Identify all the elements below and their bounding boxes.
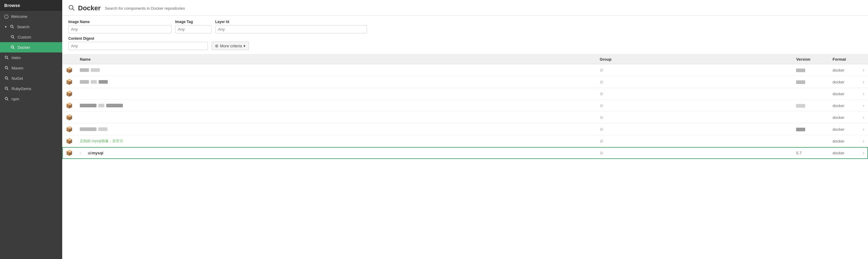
folder-icon: 📦 [66, 79, 72, 85]
sidebar-item-nuget[interactable]: NuGet [0, 73, 62, 84]
redacted-name [99, 80, 108, 84]
filter-group-image-name: Image Name [68, 20, 172, 33]
image-tag-input[interactable] [175, 25, 212, 33]
results-table-container: Name Group Version Format 📦 [62, 55, 868, 259]
sidebar-item-npm[interactable]: npm [0, 94, 62, 104]
row-version [793, 123, 829, 135]
sidebar-item-label: Search [17, 25, 29, 29]
table-row[interactable]: 📦 ⊘ docker › [62, 123, 868, 135]
search-icon-large [68, 5, 75, 12]
row-name [76, 76, 596, 88]
svg-point-12 [5, 87, 8, 90]
row-arrow[interactable]: › [859, 88, 868, 100]
svg-line-11 [7, 79, 8, 80]
table-row[interactable]: 📦 ⊘ docker › [62, 111, 868, 123]
sidebar-item-helm[interactable]: Helm [0, 53, 62, 63]
row-format: docker [829, 111, 859, 123]
search-icon [4, 96, 9, 101]
svg-point-14 [5, 97, 8, 100]
more-criteria-button[interactable]: ⊕ More criteria ▾ [212, 41, 249, 50]
redacted-name [80, 127, 96, 131]
svg-line-13 [7, 89, 8, 90]
svg-point-4 [11, 46, 14, 48]
row-arrow[interactable]: › [859, 147, 868, 159]
sidebar-item-label: Maven [11, 66, 23, 70]
folder-icon: 📦 [66, 114, 72, 120]
no-sign-icon: ⊘ [600, 68, 603, 72]
tooltip-text: 定制的 mysql镜像，非官方 [80, 139, 123, 143]
row-group: ⊘ [596, 88, 793, 100]
row-name-text: ai/mysql [88, 151, 103, 155]
row-group: ⊘ [596, 135, 793, 147]
filter-group-content-digest: Content Digest [68, 36, 208, 50]
table-row[interactable]: 📦 定制的 mysql镜像，非官方 ⊘ docker › [62, 135, 868, 147]
plus-icon: ⊕ [215, 43, 219, 48]
search-icon [4, 86, 9, 91]
no-sign-icon: ⊘ [600, 115, 603, 120]
row-name [76, 64, 596, 76]
sidebar-item-rubygems[interactable]: RubyGems [0, 84, 62, 94]
col-icon [62, 55, 76, 64]
main-content: Docker Search for components in Docker r… [62, 0, 868, 259]
sidebar-item-label: NuGet [11, 76, 23, 81]
no-sign-icon: ⊘ [600, 79, 603, 84]
row-icon: 📦 [62, 76, 76, 88]
sidebar-item-maven[interactable]: Maven [0, 63, 62, 73]
image-tag-label: Image Tag [175, 20, 212, 24]
table-row[interactable]: 📦 ⊘ docker › [62, 76, 868, 88]
no-sign-icon: ⊘ [600, 91, 603, 96]
circle-icon [4, 14, 8, 19]
filter-group-layer-id: Layer Id [215, 20, 367, 33]
table-row[interactable]: 📦 ⊘ docker › [62, 88, 868, 100]
row-icon: 📦 [62, 123, 76, 135]
sidebar-item-search[interactable]: ▼ Search [0, 22, 62, 32]
svg-line-15 [7, 99, 8, 101]
image-name-input[interactable] [68, 25, 172, 33]
row-version [793, 76, 829, 88]
svg-line-9 [7, 69, 8, 70]
row-group: ⊘ [596, 76, 793, 88]
page-header: Docker Search for components in Docker r… [62, 0, 868, 15]
svg-line-7 [7, 58, 8, 59]
expand-icon[interactable]: › [80, 151, 86, 155]
row-arrow[interactable]: › [859, 111, 868, 123]
no-sign-icon: ⊘ [600, 151, 603, 155]
redacted-version [796, 69, 805, 72]
redacted-version [796, 104, 805, 108]
col-arrow [859, 55, 868, 64]
row-format: docker [829, 76, 859, 88]
svg-point-0 [11, 25, 13, 28]
row-group: ⊘ [596, 111, 793, 123]
row-format: docker [829, 100, 859, 111]
redacted-version [796, 128, 805, 131]
row-version [793, 111, 829, 123]
table-row[interactable]: 📦 ⊘ docker › [62, 64, 868, 76]
content-digest-input[interactable] [68, 42, 208, 50]
row-arrow[interactable]: › [859, 64, 868, 76]
row-arrow[interactable]: › [859, 76, 868, 88]
layer-id-input[interactable] [215, 25, 367, 33]
folder-icon: 📦 [66, 67, 72, 73]
row-group: ⊘ [596, 123, 793, 135]
row-icon: 📦 [62, 135, 76, 147]
redacted-version [796, 80, 805, 84]
row-arrow[interactable]: › [859, 135, 868, 147]
row-arrow[interactable]: › [859, 123, 868, 135]
sidebar-item-welcome[interactable]: Welcome [0, 11, 62, 22]
table-row[interactable]: 📦 ⊘ docker › [62, 100, 868, 111]
table-header-row: Name Group Version Format [62, 55, 868, 64]
row-group: ⊘ [596, 100, 793, 111]
sidebar-item-docker[interactable]: Docker [0, 42, 62, 53]
sidebar-nav: Welcome ▼ Search Custom [0, 11, 62, 105]
row-format: docker [829, 135, 859, 147]
row-icon: 📦 [62, 100, 76, 111]
sidebar-item-custom[interactable]: Custom [0, 32, 62, 42]
folder-icon: 📦 [66, 91, 72, 97]
search-icon [10, 24, 14, 29]
redacted-name [80, 104, 96, 107]
row-version [793, 100, 829, 111]
row-arrow[interactable]: › [859, 100, 868, 111]
row-icon: 📦 [62, 111, 76, 123]
no-sign-icon: ⊘ [600, 127, 603, 132]
table-row-mysql[interactable]: 📦 › ai/mysql ⊘ 5.7 docker › [62, 147, 868, 159]
